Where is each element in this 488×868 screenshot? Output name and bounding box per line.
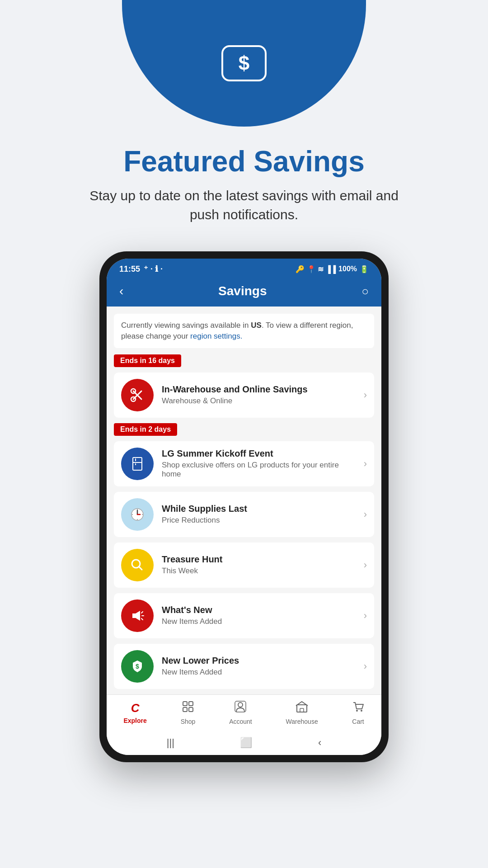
account-icon <box>234 700 247 716</box>
savings-icon-while-supplies <box>121 498 154 531</box>
explore-label: Explore <box>123 717 146 724</box>
savings-sub-new-lower-prices: New Items Added <box>162 668 359 677</box>
savings-text-in-warehouse: In-Warehouse and Online Savings Warehous… <box>162 384 359 406</box>
savings-text-new-lower-prices: New Lower Prices New Items Added <box>162 656 359 677</box>
ends-badge-2: Ends in 2 days <box>114 423 177 436</box>
savings-item-lg-summer[interactable]: LG Summer Kickoff Event Shop exclusive o… <box>114 441 374 486</box>
featured-title: Featured Savings <box>123 145 365 178</box>
arrow-treasure-hunt: › <box>364 559 367 571</box>
svg-point-36 <box>356 710 358 712</box>
svg-rect-9 <box>135 463 136 465</box>
savings-title-in-warehouse: In-Warehouse and Online Savings <box>162 384 359 395</box>
status-bar: 11:55 ⁺ · ℹ · 🔑 📍 ≋ ▐▐ 100% 🔋 <box>107 259 381 278</box>
screen-title: Savings <box>218 284 267 298</box>
warehouse-building-icon <box>296 700 308 713</box>
os-nav-bar: ||| ⬜ ‹ <box>107 729 381 755</box>
savings-icon-lg-summer <box>121 448 154 480</box>
svg-point-18 <box>127 555 148 576</box>
nav-item-shop[interactable]: Shop <box>181 700 196 725</box>
svg-rect-35 <box>300 708 304 712</box>
svg-point-37 <box>361 710 362 712</box>
nav-item-explore[interactable]: C Explore <box>123 701 146 724</box>
savings-sub-while-supplies: Price Reductions <box>162 516 359 525</box>
savings-text-treasure-hunt: Treasure Hunt This Week <box>162 554 359 576</box>
scissors-icon <box>127 385 148 406</box>
app-header: ‹ Savings ○ <box>107 278 381 307</box>
arrow-whats-new: › <box>364 610 367 622</box>
arrow-new-lower-prices: › <box>364 660 367 672</box>
savings-item-in-warehouse[interactable]: In-Warehouse and Online Savings Warehous… <box>114 373 374 418</box>
savings-text-while-supplies: While Supplies Last Price Reductions <box>162 504 359 525</box>
svg-rect-29 <box>189 702 193 706</box>
savings-icon-treasure-hunt <box>121 549 154 581</box>
savings-icon-in-warehouse <box>121 379 154 411</box>
status-left: 11:55 ⁺ · ℹ · <box>119 264 163 274</box>
magnify-icon <box>127 555 148 576</box>
shop-grid-icon <box>182 700 194 713</box>
cart-label: Cart <box>352 718 364 725</box>
bottom-nav: C Explore Shop <box>107 694 381 729</box>
explore-icon: C <box>131 701 140 715</box>
svg-rect-8 <box>135 458 136 461</box>
svg-rect-30 <box>183 708 187 712</box>
featured-subtitle: Stay up to date on the latest savings wi… <box>86 186 402 224</box>
savings-item-treasure-hunt[interactable]: Treasure Hunt This Week › <box>114 542 374 588</box>
savings-item-while-supplies[interactable]: While Supplies Last Price Reductions › <box>114 492 374 537</box>
search-button[interactable]: ○ <box>361 284 369 298</box>
fridge-icon <box>127 453 148 474</box>
connection-icons: 🔑 📍 ≋ ▐▐ <box>296 265 336 274</box>
savings-text-whats-new: What's New New Items Added <box>162 605 359 626</box>
arrow-while-supplies: › <box>364 509 367 520</box>
os-nav-home[interactable]: ⬜ <box>240 737 252 749</box>
savings-title-while-supplies: While Supplies Last <box>162 504 359 514</box>
status-icons: ⁺ · ℹ · <box>144 264 163 274</box>
savings-sub-whats-new: New Items Added <box>162 617 359 626</box>
warehouse-icon <box>296 700 308 716</box>
savings-icon-whats-new <box>121 599 154 632</box>
top-hero-circle: $ <box>122 0 366 127</box>
svg-rect-28 <box>183 702 187 706</box>
savings-sub-lg-summer: Shop exclusive offers on LG products for… <box>162 461 359 479</box>
dollar-sign: $ <box>239 52 249 75</box>
nav-item-account[interactable]: Account <box>229 700 252 725</box>
region-us: US <box>251 321 262 330</box>
savings-sub-treasure-hunt: This Week <box>162 566 359 576</box>
shop-icon <box>182 700 194 716</box>
region-notice: Currently viewing savings available in U… <box>114 314 374 348</box>
region-settings-link[interactable]: region settings. <box>190 332 242 340</box>
account-person-icon <box>234 700 247 713</box>
savings-item-new-lower-prices[interactable]: $ New Lower Prices New Items Added › <box>114 644 374 689</box>
back-button[interactable]: ‹ <box>119 284 123 298</box>
battery-icon: 🔋 <box>360 265 369 274</box>
phone-mockup: 11:55 ⁺ · ℹ · 🔑 📍 ≋ ▐▐ 100% 🔋 ‹ Savings … <box>99 251 389 762</box>
svg-rect-31 <box>189 708 193 712</box>
savings-sub-in-warehouse: Warehouse & Online <box>162 396 359 406</box>
status-right: 🔑 📍 ≋ ▐▐ 100% 🔋 <box>296 265 369 274</box>
account-label: Account <box>229 718 252 725</box>
os-nav-menu[interactable]: ||| <box>167 737 174 749</box>
os-nav-back[interactable]: ‹ <box>318 737 321 749</box>
savings-title-treasure-hunt: Treasure Hunt <box>162 554 359 565</box>
badge-wrapper-1: Ends in 16 days <box>114 354 374 370</box>
warehouse-label: Warehouse <box>286 718 318 725</box>
arrow-lg-summer: › <box>364 458 367 470</box>
nav-item-cart[interactable]: Cart <box>352 700 365 725</box>
savings-item-whats-new[interactable]: What's New New Items Added › <box>114 593 374 638</box>
savings-icon-new-lower-prices: $ <box>121 650 154 683</box>
savings-text-lg-summer: LG Summer Kickoff Event Shop exclusive o… <box>162 448 359 479</box>
phone-screen: 11:55 ⁺ · ℹ · 🔑 📍 ≋ ▐▐ 100% 🔋 ‹ Savings … <box>107 259 381 755</box>
dollar-shield-icon: $ <box>127 656 148 677</box>
shopping-cart-icon <box>352 700 365 713</box>
dollar-icon: $ <box>221 45 267 81</box>
content-area: Currently viewing savings available in U… <box>107 307 381 689</box>
clock-icon <box>127 504 148 525</box>
time-display: 11:55 <box>119 264 140 274</box>
shop-label: Shop <box>181 718 196 725</box>
svg-text:$: $ <box>136 663 139 670</box>
svg-point-32 <box>238 703 243 707</box>
megaphone-icon <box>127 605 148 626</box>
battery-display: 100% <box>338 265 357 273</box>
nav-item-warehouse[interactable]: Warehouse <box>286 700 318 725</box>
badge-wrapper-2: Ends in 2 days <box>114 423 374 439</box>
arrow-in-warehouse: › <box>364 389 367 401</box>
